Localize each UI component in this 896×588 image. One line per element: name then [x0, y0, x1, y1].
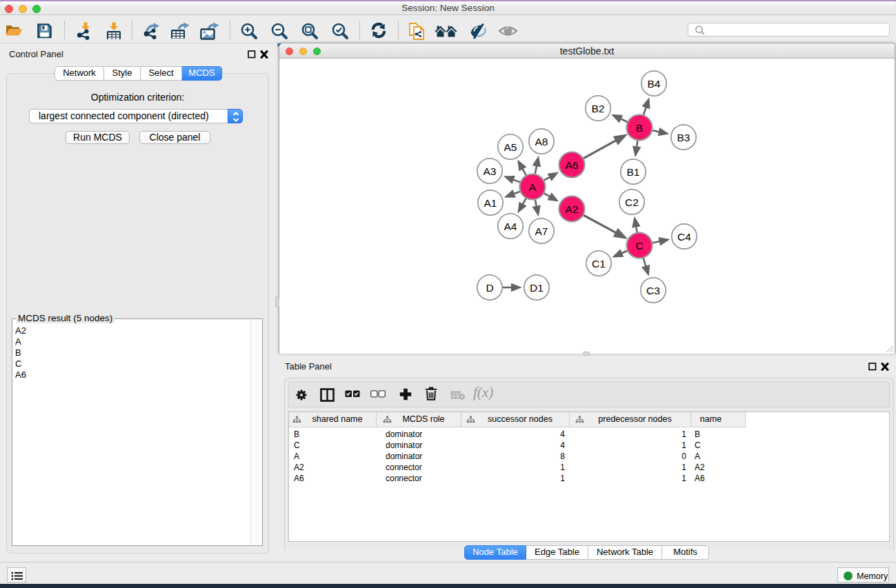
- svg-text:A6: A6: [566, 159, 579, 171]
- svg-text:C1: C1: [592, 258, 606, 270]
- svg-text:D1: D1: [530, 282, 544, 294]
- svg-text:B3: B3: [677, 132, 690, 143]
- svg-text:A2: A2: [566, 203, 579, 215]
- svg-text:A: A: [529, 181, 537, 193]
- svg-text:A5: A5: [504, 141, 517, 153]
- svg-text:B4: B4: [648, 78, 661, 90]
- svg-text:B: B: [636, 122, 643, 134]
- svg-text:B2: B2: [592, 103, 605, 114]
- svg-text:C2: C2: [625, 196, 639, 208]
- svg-text:A4: A4: [504, 221, 517, 232]
- svg-text:C4: C4: [677, 231, 691, 243]
- svg-text:B1: B1: [627, 166, 640, 178]
- svg-text:C3: C3: [646, 285, 660, 296]
- svg-text:A7: A7: [535, 225, 548, 237]
- svg-text:A8: A8: [535, 136, 548, 148]
- svg-text:C: C: [635, 240, 643, 252]
- svg-text:A3: A3: [484, 165, 497, 177]
- svg-text:D: D: [486, 282, 493, 294]
- svg-text:A1: A1: [484, 197, 497, 209]
